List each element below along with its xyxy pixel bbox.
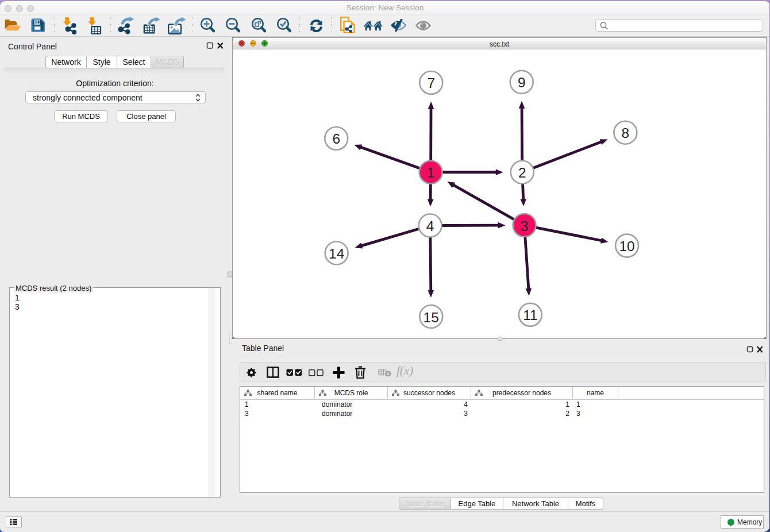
svg-text:3: 3 bbox=[521, 218, 529, 234]
svg-text:6: 6 bbox=[332, 131, 340, 147]
svg-text:9: 9 bbox=[518, 75, 526, 90]
svg-text:8: 8 bbox=[622, 125, 630, 141]
svg-text:15: 15 bbox=[424, 310, 439, 325]
svg-text:14: 14 bbox=[329, 246, 344, 261]
svg-text:4: 4 bbox=[426, 218, 434, 234]
svg-text:1: 1 bbox=[427, 165, 435, 180]
svg-text:7: 7 bbox=[427, 75, 435, 91]
svg-text:11: 11 bbox=[523, 307, 537, 323]
svg-text:10: 10 bbox=[619, 238, 634, 254]
svg-text:2: 2 bbox=[518, 165, 526, 180]
